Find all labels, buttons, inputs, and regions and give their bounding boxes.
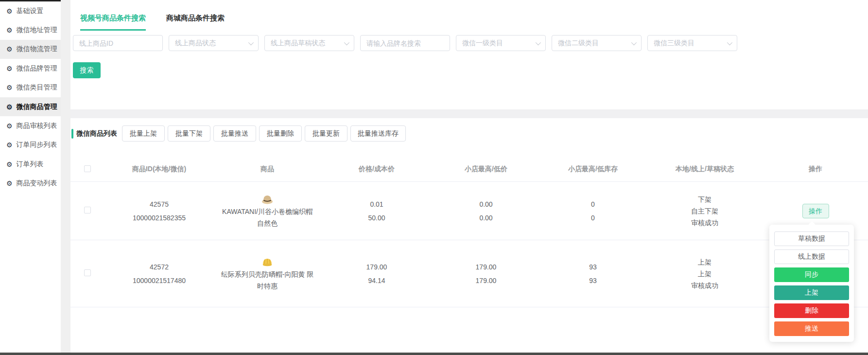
section-marker: [71, 129, 73, 139]
sidebar-item-label: 商品变动列表: [17, 179, 57, 188]
wechat-category-l2-select[interactable]: 微信二级类目: [552, 35, 642, 51]
select-all-checkbox[interactable]: [84, 165, 91, 172]
chevron-down-icon: [631, 39, 637, 45]
row-action-button[interactable]: 操作: [802, 204, 829, 218]
shop-price-cell: 0.00 0.00: [433, 197, 539, 225]
search-panel: 视频号商品条件搜索 商城商品条件搜索 线上商品状态 线上商品草稿状态 微信一级类…: [70, 0, 868, 109]
local-status: 下架: [646, 194, 763, 205]
tab-bar: 视频号商品条件搜索 商城商品条件搜索: [80, 14, 245, 31]
price-value: 179.00: [321, 260, 433, 274]
online-status: 上架: [646, 268, 763, 280]
tab-video-product-search[interactable]: 视频号商品条件搜索: [80, 14, 146, 31]
panel-separator: [70, 109, 868, 118]
shop-stock-cell: 93 93: [539, 260, 646, 287]
product-list-panel: 微信商品列表 批量上架 批量下架 批量推送 批量删除 批量更新 批量推送库存 商…: [70, 118, 868, 353]
product-cell: KAWATANI/川谷小卷檐编织帽 自然色: [214, 193, 321, 229]
menu-item-draft-data[interactable]: 草稿数据: [774, 231, 849, 246]
table-body: 42575 10000021582355 KAWATANI/川谷小卷檐编织帽 自…: [70, 181, 868, 307]
batch-onshelf-button[interactable]: 批量上架: [122, 125, 165, 142]
select-placeholder: 微信二级类目: [558, 39, 599, 48]
sidebar-item-product-change[interactable]: ⚙商品变动列表: [0, 174, 61, 193]
online-status: 自主下架: [646, 205, 763, 217]
shop-min-price: 179.00: [433, 274, 539, 287]
wechat-category-l1-select[interactable]: 微信一级类目: [456, 35, 546, 51]
gear-icon: ⚙: [6, 46, 13, 53]
gear-icon: ⚙: [6, 180, 13, 187]
sidebar-item-wechat-address[interactable]: ⚙微信地址管理: [0, 20, 61, 39]
menu-item-online-data[interactable]: 线上数据: [774, 249, 849, 264]
table-row: 42575 10000021582355 KAWATANI/川谷小卷檐编织帽 自…: [70, 181, 868, 240]
menu-item-onshelf[interactable]: 上架: [774, 285, 849, 300]
shop-min-price: 0.00: [433, 211, 539, 225]
product-variant: 时特惠: [257, 280, 278, 292]
sidebar-item-label: 微信地址管理: [17, 26, 57, 35]
sidebar-item-order-sync[interactable]: ⚙订单同步列表: [0, 136, 61, 155]
batch-push-button[interactable]: 批量推送: [213, 125, 256, 142]
select-placeholder: 线上商品状态: [175, 39, 216, 48]
column-header-status: 本地/线上/草稿状态: [646, 165, 763, 174]
online-product-id-input[interactable]: [73, 35, 163, 51]
gear-icon: ⚙: [6, 27, 13, 34]
action-cell: 操作: [763, 204, 868, 218]
row-checkbox[interactable]: [84, 269, 91, 276]
gear-icon: ⚙: [6, 161, 13, 168]
sidebar-item-label: 微信品牌管理: [17, 64, 57, 73]
batch-update-button[interactable]: 批量更新: [305, 125, 347, 142]
column-header-actions: 操作: [763, 165, 868, 174]
chevron-down-icon: [727, 39, 732, 45]
online-product-status-select[interactable]: 线上商品状态: [169, 35, 259, 51]
gear-icon: ⚙: [6, 8, 13, 15]
batch-offshelf-button[interactable]: 批量下架: [168, 125, 210, 142]
product-name: KAWATANI/川谷小卷檐编织帽: [222, 206, 312, 217]
menu-item-push[interactable]: 推送: [774, 321, 849, 336]
wechat-product-id: 10000021582355: [104, 211, 214, 225]
tab-mall-product-search[interactable]: 商城商品条件搜索: [166, 14, 225, 31]
wechat-product-id: 10000021517480: [104, 274, 214, 287]
brand-search-input[interactable]: [360, 35, 450, 51]
sidebar-item-label: 订单同步列表: [17, 141, 57, 149]
product-cell: 纭际系列贝壳防晒帽-向阳黄 限 时特惠: [214, 256, 321, 292]
sidebar-item-product-audit[interactable]: ⚙商品审核列表: [0, 116, 61, 135]
search-button[interactable]: 搜索: [73, 62, 101, 78]
column-header-shop-stock: 小店最高/低库存: [539, 165, 646, 174]
sidebar-item-wechat-product[interactable]: ⚙微信商品管理: [0, 97, 61, 116]
column-header-product-id: 商品ID(本地/微信): [104, 165, 214, 174]
shop-max-stock: 93: [539, 260, 646, 274]
local-product-id: 42575: [104, 197, 214, 211]
online-draft-status-select[interactable]: 线上商品草稿状态: [264, 35, 354, 51]
sidebar-item-basic-settings[interactable]: ⚙基础设置: [0, 1, 61, 20]
select-placeholder: 微信一级类目: [462, 39, 503, 48]
sidebar-divider: [61, 0, 70, 355]
status-cell: 下架 自主下架 审核成功: [646, 194, 763, 229]
menu-item-delete[interactable]: 删除: [774, 303, 849, 318]
list-header: 微信商品列表 批量上架 批量下架 批量推送 批量删除 批量更新 批量推送库存: [70, 125, 409, 142]
gear-icon: ⚙: [6, 142, 13, 148]
bottom-edge-bar: [0, 353, 868, 355]
gear-icon: ⚙: [6, 84, 13, 91]
gear-icon: ⚙: [6, 104, 13, 110]
price-cell: 0.01 50.00: [321, 197, 433, 225]
chevron-down-icon: [248, 39, 254, 45]
shop-min-stock: 93: [539, 274, 646, 287]
draft-status: 审核成功: [646, 280, 763, 291]
table-header-row: 商品ID(本地/微信) 商品 价格/成本价 小店最高/低价 小店最高/低库存 本…: [70, 157, 868, 181]
sidebar-item-wechat-category[interactable]: ⚙微信类目管理: [0, 78, 61, 97]
shop-max-price: 0.00: [433, 197, 539, 211]
row-select-cell: [70, 267, 104, 281]
sidebar-item-wechat-logistics[interactable]: ⚙微信物流管理: [0, 40, 61, 59]
batch-delete-button[interactable]: 批量删除: [259, 125, 302, 142]
product-image: [261, 193, 274, 205]
sidebar-item-label: 订单列表: [17, 160, 44, 169]
wechat-category-l3-select[interactable]: 微信三级类目: [647, 35, 737, 51]
select-placeholder: 线上商品草稿状态: [271, 39, 325, 48]
product-name: 纭际系列贝壳防晒帽-向阳黄 限: [221, 268, 314, 280]
sidebar-item-order-list[interactable]: ⚙订单列表: [0, 155, 61, 174]
shop-min-stock: 0: [539, 211, 646, 225]
table-row: 42572 10000021517480 纭际系列贝壳防晒帽-向阳黄 限 时特惠…: [70, 240, 868, 307]
sidebar-item-label: 基础设置: [17, 7, 44, 16]
sidebar-item-wechat-brand[interactable]: ⚙微信品牌管理: [0, 59, 61, 78]
row-checkbox[interactable]: [84, 207, 91, 213]
batch-push-stock-button[interactable]: 批量推送库存: [350, 125, 406, 142]
menu-item-sync[interactable]: 同步: [774, 267, 849, 282]
cost-price-value: 50.00: [321, 211, 433, 225]
